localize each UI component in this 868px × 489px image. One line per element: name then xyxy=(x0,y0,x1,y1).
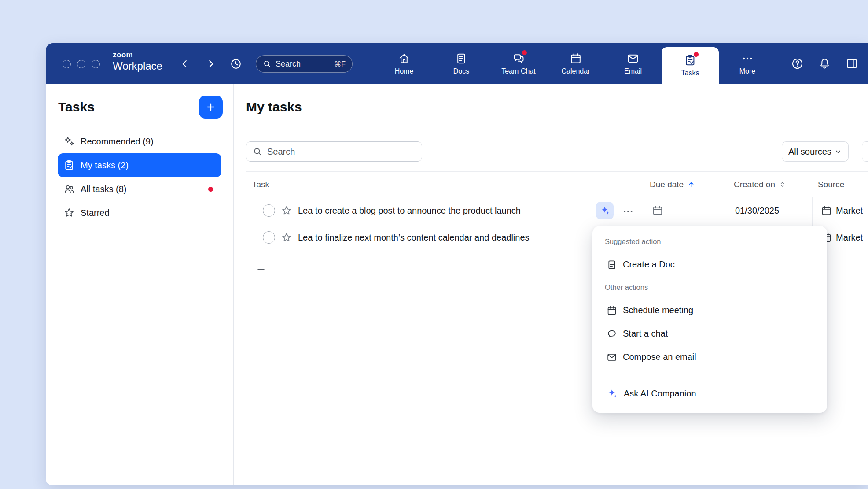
tasks-search-placeholder: Search xyxy=(267,147,295,157)
sidebar-item-label: My tasks (2) xyxy=(81,160,129,170)
people-icon xyxy=(63,183,75,195)
window-close-button[interactable] xyxy=(63,60,71,68)
ai-actions-popup: Suggested action Create a Doc Other acti… xyxy=(592,226,827,413)
source-name: Market xyxy=(836,233,863,243)
menu-item-compose-email[interactable]: Compose an email xyxy=(592,345,827,369)
column-header-task[interactable]: Task xyxy=(246,180,644,189)
doc-icon xyxy=(607,259,617,270)
sort-ascending-icon[interactable] xyxy=(687,180,695,189)
window-controls xyxy=(63,60,100,68)
menu-item-ask-ai-companion[interactable]: Ask AI Companion xyxy=(592,382,827,405)
column-header-due-date[interactable]: Due date xyxy=(644,180,728,189)
star-toggle-icon[interactable] xyxy=(281,205,292,216)
created-on-cell: 01/30/2025 xyxy=(728,197,813,224)
forward-button[interactable] xyxy=(205,58,217,70)
zoom-workplace-window: zoom Workplace Search ⌘F xyxy=(46,43,868,485)
tasks-search-input[interactable]: Search xyxy=(246,141,422,162)
menu-item-create-doc[interactable]: Create a Doc xyxy=(592,253,827,276)
history-icon[interactable] xyxy=(230,58,242,70)
source-calendar-icon xyxy=(821,205,832,216)
nav-docs[interactable]: Docs xyxy=(433,43,490,84)
clipped-filter-button[interactable] xyxy=(862,141,868,162)
ai-companion-sparkle-icon xyxy=(607,388,618,400)
sort-toggle-icon[interactable] xyxy=(779,181,786,188)
header-utility-icons xyxy=(791,43,858,84)
sidebar-list: Recommended (9) My tasks (2) All tasks (… xyxy=(46,130,233,225)
column-header-created-on[interactable]: Created on xyxy=(728,180,813,189)
sidebar-item-recommended[interactable]: Recommended (9) xyxy=(58,130,221,153)
search-shortcut: ⌘F xyxy=(334,60,346,68)
global-search-input[interactable]: Search ⌘F xyxy=(256,55,353,73)
more-icon xyxy=(741,52,754,65)
calendar-icon xyxy=(607,305,617,316)
tasks-icon xyxy=(684,54,696,67)
source-cell: Market xyxy=(813,197,868,224)
ai-companion-actions-button[interactable] xyxy=(596,202,614,219)
sidebar-item-label: Recommended (9) xyxy=(81,137,154,147)
new-task-button[interactable] xyxy=(199,96,223,119)
search-icon xyxy=(263,59,272,68)
source-name: Market xyxy=(836,206,863,216)
zoom-workplace-logo: zoom Workplace xyxy=(113,51,162,72)
all-tasks-badge xyxy=(208,187,213,192)
help-icon[interactable] xyxy=(791,57,804,70)
task-title[interactable]: Lea to create a blog post to announce th… xyxy=(298,206,596,216)
window-zoom-button[interactable] xyxy=(92,60,100,68)
tasks-badge xyxy=(694,52,699,57)
global-search-placeholder: Search xyxy=(276,59,301,69)
more-actions-icon[interactable] xyxy=(621,203,636,218)
team-chat-icon xyxy=(512,52,525,65)
column-header-source[interactable]: Source xyxy=(813,180,868,189)
task-row-1: Lea to create a blog post to announce th… xyxy=(246,197,868,224)
star-toggle-icon[interactable] xyxy=(281,232,292,243)
sidebar-title: Tasks xyxy=(58,100,95,115)
menu-item-start-chat[interactable]: Start a chat xyxy=(592,322,827,345)
docs-icon xyxy=(455,52,467,65)
email-icon xyxy=(627,52,639,65)
back-button[interactable] xyxy=(179,58,191,70)
source-filter-dropdown[interactable]: All sources xyxy=(782,141,849,162)
team-chat-badge xyxy=(522,50,527,55)
zoom-logo-text: zoom xyxy=(113,51,162,59)
source-filter-value: All sources xyxy=(788,147,831,157)
sidebar-item-label: All tasks (8) xyxy=(81,184,126,194)
home-icon xyxy=(398,52,410,65)
email-icon xyxy=(607,352,617,363)
primary-nav: Home Docs Team Chat xyxy=(375,43,776,84)
chevron-down-icon xyxy=(834,148,842,156)
table-header-row: Task Due date Created on xyxy=(246,171,868,197)
nav-email[interactable]: Email xyxy=(604,43,662,84)
task-complete-checkbox[interactable] xyxy=(263,204,275,217)
sidebar-item-all-tasks[interactable]: All tasks (8) xyxy=(58,177,221,201)
app-header: zoom Workplace Search ⌘F xyxy=(46,43,868,84)
nav-tasks[interactable]: Tasks xyxy=(662,47,719,84)
tasks-sidebar: Tasks Recommended (9) My tasks (2) xyxy=(46,84,234,485)
desktop: zoom Workplace Search ⌘F xyxy=(0,0,868,489)
sidebar-item-my-tasks[interactable]: My tasks (2) xyxy=(58,153,221,177)
nav-team-chat[interactable]: Team Chat xyxy=(490,43,547,84)
sidebar-header: Tasks xyxy=(46,84,233,119)
suggested-action-label: Suggested action xyxy=(592,237,827,246)
task-cell: Lea to create a blog post to announce th… xyxy=(246,197,644,224)
task-cell: Lea to finalize next month’s content cal… xyxy=(246,224,644,251)
chat-bubble-icon xyxy=(607,329,617,339)
nav-calendar[interactable]: Calendar xyxy=(547,43,604,84)
sparkles-icon xyxy=(63,136,75,147)
nav-more[interactable]: More xyxy=(719,43,776,84)
sidebar-item-label: Starred xyxy=(81,208,110,218)
side-panel-icon[interactable] xyxy=(846,57,858,70)
page-title: My tasks xyxy=(246,100,302,115)
sidebar-item-starred[interactable]: Starred xyxy=(58,201,221,225)
add-task-button[interactable] xyxy=(254,262,268,276)
other-actions-label: Other actions xyxy=(592,283,827,292)
task-complete-checkbox[interactable] xyxy=(263,231,275,244)
menu-item-schedule-meeting[interactable]: Schedule meeting xyxy=(592,299,827,322)
nav-home[interactable]: Home xyxy=(375,43,433,84)
window-minimize-button[interactable] xyxy=(77,60,85,68)
set-due-date-icon[interactable] xyxy=(652,205,663,216)
workplace-logo-text: Workplace xyxy=(113,60,162,72)
my-tasks-icon xyxy=(63,159,75,171)
menu-divider xyxy=(605,376,815,376)
search-icon xyxy=(253,147,262,156)
notifications-bell-icon[interactable] xyxy=(818,57,831,70)
